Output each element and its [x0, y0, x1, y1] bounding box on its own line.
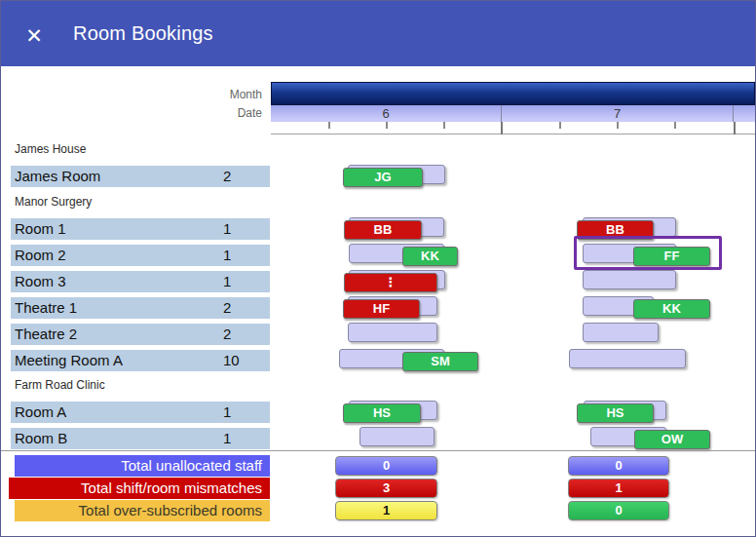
tick-mark: [443, 122, 445, 129]
room-capacity: 1: [223, 245, 231, 266]
table-row: Room B 1 OW: [1, 428, 755, 449]
room-capacity: 2: [223, 297, 231, 319]
room-bookings-dialog: ✕ Room Bookings Month Date 6 7 James Hou…: [0, 0, 756, 537]
room-capacity: 1: [223, 271, 231, 292]
room-label: Room 3 1: [11, 271, 270, 292]
room-name: Room B: [15, 428, 67, 449]
room-label: Room A 1: [11, 402, 270, 423]
room-name: Room A: [15, 402, 66, 423]
booking-bar-overflow[interactable]: ⋮: [344, 273, 437, 292]
room-label: James Room 2: [11, 166, 270, 187]
room-capacity: 1: [223, 428, 231, 449]
booking-bar[interactable]: OW: [634, 430, 710, 449]
room-label: Theatre 1 2: [11, 297, 270, 319]
day-boundary-tick: [734, 122, 736, 134]
location-group-label: Farm Road Clinic: [15, 378, 105, 394]
close-icon[interactable]: ✕: [22, 24, 46, 48]
room-availability-bar[interactable]: [569, 349, 686, 368]
date-header-cell[interactable]: [734, 105, 755, 122]
room-availability-bar[interactable]: [583, 323, 659, 342]
room-name: Theatre 1: [15, 297, 77, 319]
summary-value-pill: 1: [335, 501, 437, 520]
room-capacity: 1: [223, 218, 231, 240]
table-row: Theatre 2 2: [1, 324, 755, 345]
booking-bar[interactable]: KK: [402, 247, 458, 266]
summary-value-pill: 3: [335, 479, 437, 498]
summary-value-pill: 0: [568, 456, 669, 476]
table-row: Room 3 1 ⋮: [1, 271, 755, 292]
booking-bar[interactable]: JG: [343, 168, 423, 187]
booking-bar[interactable]: HS: [343, 403, 421, 423]
table-row: Room A 1 HS HS: [1, 402, 755, 423]
summary-value-pill: 1: [568, 479, 669, 498]
location-group-label: James House: [15, 142, 86, 158]
booking-bar[interactable]: HF: [343, 299, 420, 319]
room-capacity: 1: [223, 402, 231, 423]
room-label: Room B 1: [11, 428, 270, 449]
tick-mark: [386, 122, 388, 129]
room-capacity: 2: [223, 166, 231, 187]
room-label: Room 2 1: [11, 245, 270, 266]
tick-mark: [559, 122, 561, 129]
month-header-bar: [271, 82, 755, 105]
booking-bar[interactable]: KK: [633, 299, 710, 319]
summary-value-pill: 0: [335, 456, 437, 476]
location-group-label: Manor Surgery: [15, 195, 92, 211]
room-name: Meeting Room A: [15, 350, 123, 371]
tick-mark: [674, 122, 676, 129]
date-header-cell[interactable]: 6: [271, 105, 502, 122]
room-capacity: 10: [223, 350, 240, 371]
summary-value-pill: 0: [568, 501, 669, 520]
tick-mark: [617, 122, 619, 129]
room-name: Room 3: [15, 271, 66, 292]
summary-row-mismatches: Total shift/room mismatches: [9, 478, 270, 499]
summary-divider: [1, 450, 755, 451]
room-name: Room 1: [15, 218, 66, 240]
date-header-cell[interactable]: 7: [502, 105, 734, 122]
booking-bar[interactable]: HS: [577, 403, 654, 423]
room-label: Room 1 1: [11, 218, 270, 240]
table-row: James Room 2 JG: [1, 166, 755, 187]
month-row-label: Month: [147, 88, 262, 101]
table-row: Theatre 1 2 HF KK: [1, 297, 755, 319]
room-capacity: 2: [223, 324, 231, 345]
room-name: Room 2: [15, 245, 66, 266]
summary-row-oversubscribed: Total over-subscribed rooms: [15, 500, 270, 521]
selected-booking-highlight: [574, 236, 722, 270]
room-label: Meeting Room A 10: [11, 350, 270, 371]
room-name: James Room: [15, 166, 100, 187]
room-name: Theatre 2: [15, 324, 77, 345]
dialog-title: Room Bookings: [73, 1, 213, 66]
tick-mark: [328, 122, 330, 129]
dialog-titlebar: ✕ Room Bookings: [1, 1, 755, 66]
room-availability-bar[interactable]: [583, 270, 676, 289]
table-row: Room 2 1 KK FF: [1, 245, 755, 266]
date-header-row: 6 7: [271, 105, 755, 122]
room-label: Theatre 2 2: [11, 324, 270, 345]
room-availability-bar[interactable]: [348, 323, 437, 342]
summary-row-unallocated: Total unallocated staff: [15, 455, 270, 477]
room-availability-bar[interactable]: [359, 427, 435, 446]
table-row: Meeting Room A 10 SM: [1, 350, 755, 371]
booking-bar[interactable]: BB: [344, 220, 422, 240]
booking-bar[interactable]: SM: [402, 352, 478, 371]
timeline-ruler: [271, 122, 755, 134]
day-boundary-tick: [501, 122, 503, 134]
date-row-label: Date: [147, 106, 262, 120]
